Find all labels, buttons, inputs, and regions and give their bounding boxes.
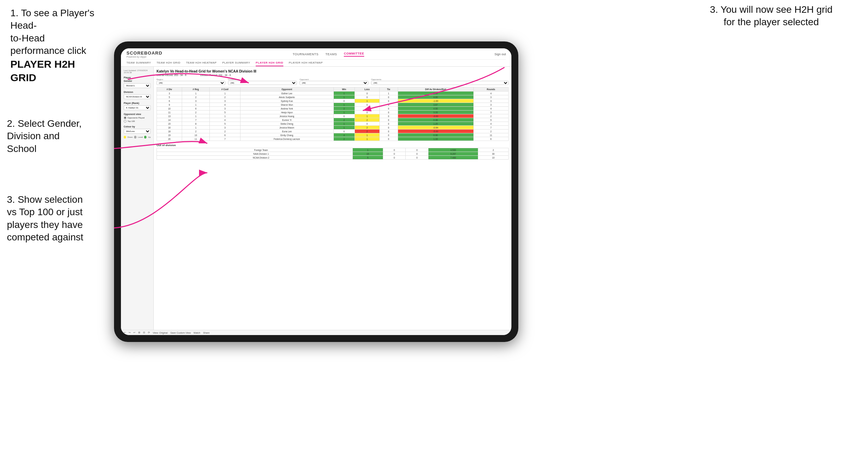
cell-loss: 0 <box>355 122 379 126</box>
cell-win: 0 <box>333 99 355 103</box>
cell-loss: 0 <box>355 107 379 111</box>
sub-nav-team-h2h[interactable]: TEAM H2H GRID <box>157 61 180 66</box>
cell-conf: 1 <box>210 114 240 118</box>
colour-select[interactable]: Win/Loss <box>124 129 151 134</box>
cell-win: 1 <box>333 92 355 95</box>
table-row: 14 7 4 Eunice Yi 2 2 0 0.38 9 <box>157 118 509 122</box>
table-row: NCAA Division 2 5 0 0 7.400 10 <box>157 156 509 160</box>
cell-tie: 0 <box>406 148 428 152</box>
cell-loss: 0 <box>355 95 379 99</box>
sub-nav-player-heatmap[interactable]: PLAYER H2H HEATMAP <box>289 61 323 66</box>
cell-loss: 1 <box>355 114 379 118</box>
instruction-3-left-area: 3. Show selection vs Top 100 or just pla… <box>7 193 114 244</box>
cell-name: Jessica Huang <box>240 114 333 118</box>
cell-div: 19 <box>157 133 182 137</box>
table-row: 15 8 5 Stella Cheng 1 0 0 1.25 4 <box>157 122 509 126</box>
division-select[interactable]: NCAA Division III <box>124 94 151 99</box>
cell-rounds: 7 <box>473 126 508 130</box>
logo-sub: Powered by clippd <box>126 56 162 58</box>
sub-nav-team-heatmap[interactable]: TEAM H2H HEATMAP <box>186 61 217 66</box>
col-reg: # Reg <box>182 87 210 92</box>
cell-rounds: 9 <box>473 118 508 122</box>
cell-div: 5 <box>157 95 182 99</box>
radio-top100[interactable]: Top 100 <box>124 120 151 123</box>
cell-diff: -5.00 <box>398 130 473 133</box>
cell-name: Federica Domecq Lacroze <box>240 137 333 141</box>
cell-diff: -1.00 <box>398 99 473 103</box>
cell-conf: 2 <box>210 95 240 99</box>
region-filter-select[interactable]: (All) <box>157 81 225 85</box>
opponent-view-label: Opponent view <box>124 113 151 115</box>
nav-links: TOURNAMENTS TEAMS COMMITTEE <box>293 52 364 57</box>
cell-loss: 2 <box>355 126 379 130</box>
save-custom-btn[interactable]: Save Custom View <box>170 332 191 334</box>
redo-btn[interactable]: ↪ <box>129 331 131 334</box>
watch-btn[interactable]: Watch <box>194 332 200 334</box>
radio-opponents-played[interactable]: Opponents Played <box>124 116 151 119</box>
cell-win: 0 <box>333 130 355 133</box>
cell-tie: 0 <box>379 103 398 107</box>
undo-btn[interactable]: ↩ <box>124 331 126 334</box>
colour-legend: Down Level Up <box>124 136 151 139</box>
cell-rounds: 4 <box>473 92 508 95</box>
cell-rounds: 11 <box>473 133 508 137</box>
cell-tie: 0 <box>379 99 398 103</box>
cell-rounds: 4 <box>473 122 508 126</box>
colour-up-dot <box>144 136 147 139</box>
sidebar: Last Updated: 27/03/2024 16:55:38 Player… <box>121 67 154 330</box>
table-row: 16 1 3 Jessica Mason 1 2 0 -0.94 7 <box>157 126 509 130</box>
nav-committee[interactable]: COMMITTEE <box>344 52 364 57</box>
bottom-toolbar: ↩ ↪ ↩ ⊞ ⊟ ⟳ View: Original Save Custom V… <box>121 330 511 335</box>
cell-diff: 1.50 <box>398 92 473 95</box>
cell-diff: 4.00 <box>398 107 473 111</box>
gender-select[interactable]: Women's <box>124 83 151 88</box>
cell-tie: 0 <box>379 118 398 122</box>
cell-name: Alexis Sudjianto <box>240 95 333 99</box>
division-section: Division NCAA Division III <box>124 91 151 99</box>
cell-tie: 1 <box>379 92 398 95</box>
sub-nav-team-summary[interactable]: TEAM SUMMARY <box>126 61 151 66</box>
player-rank-select[interactable]: 8. Katelyn Vo <box>124 105 151 110</box>
sub-nav-player-summary[interactable]: PLAYER SUMMARY <box>222 61 250 66</box>
cell-rounds: 30 <box>478 152 508 156</box>
cell-tie: 0 <box>379 137 398 141</box>
view-original-btn[interactable]: View: Original <box>153 332 168 334</box>
cell-div: 3 <box>157 92 182 95</box>
opponents-label-group: Opponents: (All) <box>371 78 509 85</box>
table-row: 11 2 5 Heejo Hyun 1 0 0 3.33 3 <box>157 111 509 114</box>
radio-played-dot <box>124 116 126 119</box>
instruction-3-right-area: 3. You will now see H2H grid for the pla… <box>685 3 858 29</box>
cell-name: Andrea York <box>240 107 333 111</box>
cell-rounds: 3 <box>473 99 508 103</box>
nav-tournaments[interactable]: TOURNAMENTS <box>293 53 319 56</box>
nav-teams[interactable]: TEAMS <box>326 53 337 56</box>
opponents-filter-select[interactable]: (All) <box>371 81 509 85</box>
cell-rounds: 3 <box>473 103 508 107</box>
opponent-filter-select[interactable]: (All) <box>300 81 368 85</box>
conference-filter-select[interactable]: (All) <box>228 81 297 85</box>
step1-text: 1. To see a Player's Head- to-Head perfo… <box>10 7 100 84</box>
sub-navigation: TEAM SUMMARY TEAM H2H GRID TEAM H2H HEAT… <box>126 59 506 66</box>
out-of-division-title: Out of division <box>157 144 509 147</box>
copy-btn[interactable]: ⊞ <box>138 331 140 334</box>
main-content: Last Updated: 27/03/2024 16:55:38 Player… <box>121 67 511 330</box>
opponent-view-section: Opponent view Opponents Played Top 100 <box>124 113 151 123</box>
overall-record: Overall Record: 353 - 34 - 6 <box>157 74 186 76</box>
cell-name: Foreign Team <box>157 148 353 152</box>
step1-bold: PLAYER H2H GRID <box>10 58 75 83</box>
cell-name: Emily Chang <box>240 133 333 137</box>
cell-div: 9 <box>157 103 182 107</box>
refresh-btn[interactable]: ⟳ <box>148 331 150 334</box>
sign-out-link[interactable]: Sign out <box>494 53 506 56</box>
cell-loss: 0 <box>355 92 379 95</box>
sub-nav-player-h2h[interactable]: PLAYER H2H GRID <box>256 61 283 66</box>
cell-win: 5 <box>352 156 383 160</box>
paste-btn[interactable]: ⊟ <box>143 331 145 334</box>
cell-tie: 0 <box>379 130 398 133</box>
opponent-radio-group: Opponents Played Top 100 <box>124 116 151 123</box>
undo2-btn[interactable]: ↩ <box>133 331 135 334</box>
cell-reg: 6 <box>182 107 210 111</box>
share-btn[interactable]: Share <box>203 332 210 334</box>
col-opponent: Opponent <box>240 87 333 92</box>
cell-diff: 4.500 <box>428 148 478 152</box>
